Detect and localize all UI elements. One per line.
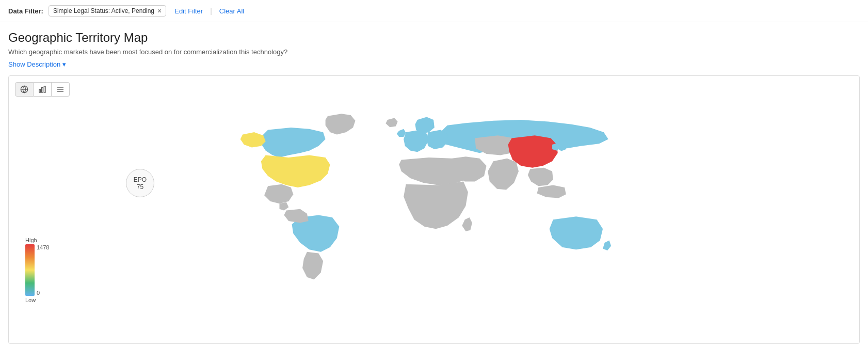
colombia-path (284, 209, 308, 223)
show-description-toggle[interactable]: Show Description ▾ (8, 60, 66, 68)
indonesia-path (537, 185, 566, 198)
svg-rect-3 (42, 88, 43, 92)
iceland-path (385, 118, 397, 127)
legend-values: 1478 0 (37, 244, 49, 296)
east-europe-path (427, 130, 448, 149)
legend-high-value: 1478 (37, 244, 49, 250)
epo-bubble: EPO 75 (126, 169, 154, 197)
pipe-divider: | (210, 7, 212, 15)
alaska-path (240, 132, 266, 147)
map-container: EPO 75 High 1478 0 Low (8, 75, 860, 344)
western-europe-path (404, 130, 428, 152)
canada-path (261, 128, 326, 158)
data-filter-label: Data Filter: (8, 7, 43, 15)
central-america-path (280, 202, 289, 211)
new-zealand-path (603, 240, 611, 250)
usa-path (261, 155, 330, 187)
legend-bar: 1478 0 (25, 244, 49, 296)
page-subtitle: Which geographic markets have been most … (8, 48, 860, 56)
map-area: EPO 75 High 1478 0 Low (15, 102, 853, 324)
svg-rect-4 (44, 86, 45, 92)
india-path (488, 159, 519, 190)
page-content: Geographic Territory Map Which geographi… (0, 22, 868, 344)
epo-value: 75 (137, 183, 143, 191)
svg-rect-2 (39, 89, 41, 92)
uk-path (397, 129, 406, 137)
madagascar-path (462, 217, 472, 231)
world-map (154, 107, 722, 319)
show-description-text: Show Description (8, 60, 60, 68)
chevron-down-icon: ▾ (62, 60, 66, 68)
filter-tag: Simple Legal Status: Active, Pending × (49, 5, 166, 17)
argentina-path (302, 252, 323, 279)
scandinavia-path (415, 117, 434, 134)
legend-low-value: 0 (37, 290, 49, 296)
mexico-path (264, 184, 293, 203)
bar-view-button[interactable] (34, 82, 52, 97)
filter-tag-text: Simple Legal Status: Active, Pending (53, 7, 154, 14)
list-view-button[interactable] (52, 82, 70, 97)
legend: High 1478 0 Low (25, 237, 49, 303)
epo-label: EPO (134, 176, 147, 183)
legend-high-label: High (25, 237, 37, 243)
sub-saharan-path (404, 181, 468, 229)
legend-gradient (25, 244, 35, 296)
edit-filter-link[interactable]: Edit Filter (174, 7, 203, 15)
greenland-path (326, 114, 356, 134)
legend-low-label: Low (25, 297, 36, 303)
view-controls (15, 82, 853, 97)
page-title: Geographic Territory Map (8, 30, 860, 45)
map-view-button[interactable] (15, 82, 34, 97)
clear-all-link[interactable]: Clear All (219, 7, 244, 15)
filter-tag-close-icon[interactable]: × (157, 7, 162, 14)
southeast-asia-path (528, 168, 553, 186)
header-bar: Data Filter: Simple Legal Status: Active… (0, 0, 868, 22)
australia-path (550, 216, 603, 249)
